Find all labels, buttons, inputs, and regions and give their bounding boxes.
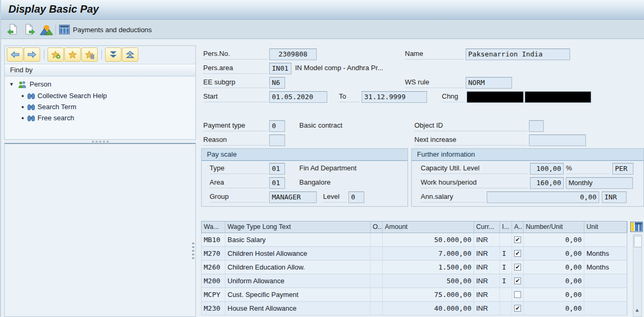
ps-area-field[interactable]: 01 [269,177,285,189]
favorites-button[interactable] [64,47,81,62]
attr-cell: ✔ [512,233,524,246]
pers-area-text: IN Model comp - Andhra Pr... [295,63,383,74]
expand-all-button[interactable] [105,47,121,62]
vertical-splitter[interactable] [192,243,194,259]
number-unit-cell: 0,00 [524,247,584,260]
table-row[interactable]: MB10 Basic Salary 50.000,00 INR ✔ 0,00 [201,233,627,247]
previous-record-icon [7,24,18,35]
ws-rule-field[interactable]: NORM [466,77,512,89]
search-helper-toolbar [5,46,195,64]
indirect-valuation-cell [500,288,512,301]
attr-checkbox[interactable]: ✔ [514,250,521,257]
tree-node-person[interactable]: ▾ Person [10,79,51,90]
ps-type-label: Type [210,163,268,174]
currency-field[interactable]: INR [602,191,627,203]
operation-cell [371,288,383,301]
name-label: Name [405,49,464,60]
delete-favorite-button[interactable] [81,47,98,62]
tree-item-search-term[interactable]: • Search Term [21,101,76,112]
ps-group-label: Group [210,191,268,203]
indirect-valuation-cell [500,302,512,315]
amount-cell: 1.500,00 [383,261,474,274]
col-header-currency[interactable]: Curr... [474,222,500,233]
ann-salary-label: Ann.salary [421,191,485,203]
collapse-caret-icon[interactable]: ▾ [10,81,15,88]
ee-subgrp-field[interactable]: N6 [269,77,285,89]
table-row[interactable]: M270 Children Hostel Allowance 7.000,00 … [201,247,627,261]
star-plus-icon [51,51,61,59]
table-row[interactable]: MCPY Cust. Specific Payment 75.000,00 IN… [201,288,627,302]
to-date-field[interactable]: 31.12.9999 [362,91,427,103]
ps-level-field[interactable]: 0 [348,191,364,203]
collapse-all-button[interactable] [122,47,138,62]
payment-type-field[interactable]: 0 [269,120,285,132]
col-header-long-text[interactable]: Wage Type Long Text [225,222,371,233]
unit-cell: Months [584,247,628,260]
table-scrollbar[interactable]: ▲ [633,234,642,317]
amount-cell: 50.000,00 [383,233,474,246]
attr-checkbox[interactable]: ✔ [514,264,521,271]
double-chevron-up-icon [126,51,135,59]
table-row[interactable]: M260 Children Education Allow. 1.500,00 … [201,261,627,274]
operation-cell [371,302,383,315]
payments-table-icon [59,25,70,34]
ps-type-field[interactable]: 01 [269,163,285,175]
col-header-operation[interactable]: O.. [371,222,383,233]
search-helper-panel: Find by ▾ Person • [4,45,196,140]
number-unit-cell: 0,00 [524,302,584,315]
pers-area-field[interactable]: IN01 [269,63,291,74]
work-hours-field[interactable]: 160,00 [530,177,564,189]
attr-checkbox[interactable]: ✔ [514,277,521,284]
ws-rule-label: WS rule [405,77,464,88]
col-header-amount[interactable]: Amount [383,222,474,233]
pay-scale-title: Pay scale [202,149,408,161]
col-header-indirect[interactable]: I... [500,222,512,233]
capacity-field[interactable]: 100,00 [530,163,564,175]
indirect-valuation-cell: I [500,247,512,260]
table-row[interactable]: M230 House Rent Allowance 40.000,00 INR … [201,302,627,315]
attr-checkbox[interactable]: ✔ [514,236,521,243]
find-by-header: Find by [5,64,195,76]
col-header-wage-type[interactable]: Wa... [202,222,225,233]
next-record-button[interactable] [22,23,37,36]
table-row[interactable]: M200 Uniform Allowance 500,00 INR I ✔ 0,… [201,274,627,288]
attr-cell: ✔ [512,274,524,287]
attr-cell: ✔ [512,302,524,315]
wage-type-long-text-cell: Basic Salary [225,233,371,246]
ps-group-field[interactable]: MANAGER [269,191,317,203]
col-header-number-unit[interactable]: Number/Unit [524,222,584,233]
scrollbar-thumb[interactable] [634,236,642,247]
ann-salary-field[interactable]: 0,00 [487,191,599,203]
col-header-attr[interactable]: A.. [512,222,524,233]
overview-button[interactable] [39,23,54,36]
star-trash-icon [85,51,94,59]
toolbar-separator [55,24,56,35]
chng-redacted-field-1[interactable] [467,91,524,103]
tree-item-free-search[interactable]: • Free search [21,112,74,123]
per-field[interactable]: PER [612,163,633,175]
add-favorite-button[interactable] [48,47,64,62]
chng-redacted-field-2[interactable] [525,91,591,103]
navigate-back-button[interactable] [7,47,23,62]
work-hours-label: Work hours/period [421,177,528,188]
navigate-forward-button[interactable] [24,47,40,62]
table-configuration-button[interactable] [630,222,643,233]
pers-no-field[interactable]: 2309808 [269,49,317,60]
payments-and-deductions-button[interactable]: Payments and deductions [59,23,152,36]
next-increase-field[interactable] [529,135,586,146]
attr-checkbox[interactable]: ✔ [514,305,521,312]
attr-checkbox[interactable] [514,291,521,298]
chng-label: Chng [442,91,465,102]
forward-arrow-icon [27,51,36,58]
previous-record-button[interactable] [5,23,20,36]
scroll-up-arrow-icon[interactable]: ▲ [634,308,640,313]
back-arrow-icon [11,51,20,58]
name-field[interactable]: Paksenarrion India [466,49,570,60]
start-date-field[interactable]: 01.05.2020 [269,91,327,103]
object-id-field[interactable] [529,120,544,132]
work-period-field[interactable]: Monthly [566,177,633,189]
col-header-unit[interactable]: Unit [584,222,628,233]
reason-field[interactable] [269,135,285,146]
tree-item-label: Collective Search Help [37,92,107,100]
tree-item-collective-search-help[interactable]: • Collective Search Help [21,90,107,101]
